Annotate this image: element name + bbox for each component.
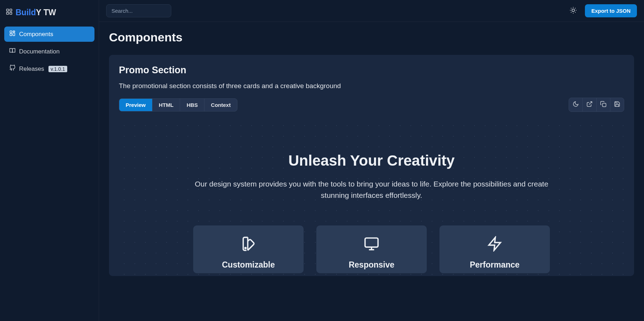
save-icon xyxy=(614,101,620,109)
tab-hbs[interactable]: HBS xyxy=(180,99,205,111)
svg-rect-0 xyxy=(7,9,9,11)
save-button[interactable] xyxy=(610,98,624,111)
monitor-icon xyxy=(364,236,379,260)
svg-rect-2 xyxy=(7,12,9,15)
sidebar-item-components[interactable]: Components xyxy=(4,27,94,42)
svg-rect-6 xyxy=(13,33,15,36)
open-external-button[interactable] xyxy=(583,98,597,111)
search-input[interactable] xyxy=(106,4,171,17)
component-actions xyxy=(569,98,624,112)
sun-icon xyxy=(569,6,577,15)
promo-card-responsive: Responsive xyxy=(316,225,427,273)
external-link-icon xyxy=(586,101,593,109)
copy-icon xyxy=(600,101,606,109)
export-json-button[interactable]: Export to JSON xyxy=(585,4,637,17)
sidebar-item-label: Releases xyxy=(19,65,44,73)
svg-rect-7 xyxy=(10,34,12,36)
dark-preview-button[interactable] xyxy=(569,98,583,111)
svg-line-15 xyxy=(571,12,571,12)
hero-description: Our design system provides you with the … xyxy=(195,178,548,201)
sidebar-item-releases[interactable]: Releases v.1.0.1 xyxy=(4,61,94,76)
svg-rect-1 xyxy=(10,9,12,11)
copy-button[interactable] xyxy=(597,98,610,111)
topbar: Export to JSON xyxy=(99,0,644,22)
svg-point-8 xyxy=(572,9,574,11)
github-icon xyxy=(9,65,16,73)
tab-html[interactable]: HTML xyxy=(153,99,180,111)
promo-cards-grid: Customizable Responsive xyxy=(154,225,589,273)
tab-context[interactable]: Context xyxy=(205,99,237,111)
promo-card-title: Customizable xyxy=(222,260,275,270)
sidebar: BuildY TW Components Documentation Relea… xyxy=(0,0,99,321)
page-title: Components xyxy=(109,30,634,44)
sidebar-nav: Components Documentation Releases v.1.0.… xyxy=(4,27,94,76)
component-card: Promo Section The promotional section co… xyxy=(109,55,634,276)
promo-card-title: Performance xyxy=(470,260,520,270)
svg-marker-23 xyxy=(489,237,501,251)
svg-rect-18 xyxy=(603,103,606,107)
view-tabs: Preview HTML HBS Context xyxy=(119,98,237,111)
moon-icon xyxy=(573,101,579,109)
svg-line-12 xyxy=(575,12,575,12)
svg-line-17 xyxy=(589,102,592,104)
sidebar-item-documentation[interactable]: Documentation xyxy=(4,44,94,59)
lightning-icon xyxy=(487,236,502,260)
promo-card-performance: Performance xyxy=(439,225,550,273)
component-description: The promotional section consists of thre… xyxy=(119,82,624,90)
swatch-icon xyxy=(241,236,256,260)
promo-card-title: Responsive xyxy=(349,260,394,270)
hero-title: Unleash Your Creativity xyxy=(154,152,589,169)
component-title: Promo Section xyxy=(119,65,624,76)
components-icon xyxy=(9,30,16,38)
brand-logo[interactable]: BuildY TW xyxy=(4,6,94,24)
tab-preview[interactable]: Preview xyxy=(119,99,153,111)
svg-point-19 xyxy=(245,247,246,248)
svg-rect-3 xyxy=(10,12,12,15)
dashboard-icon xyxy=(6,8,13,17)
svg-rect-4 xyxy=(10,31,12,33)
component-preview: Unleash Your Creativity Our design syste… xyxy=(119,120,624,276)
svg-rect-20 xyxy=(365,238,378,247)
svg-line-11 xyxy=(571,8,571,8)
brand-part2: Y TW xyxy=(36,8,56,17)
promo-card-customizable: Customizable xyxy=(193,225,304,273)
theme-toggle-button[interactable] xyxy=(567,4,579,17)
book-icon xyxy=(9,47,16,56)
version-badge: v.1.0.1 xyxy=(48,66,67,72)
sidebar-item-label: Components xyxy=(19,31,53,38)
svg-line-16 xyxy=(575,8,575,8)
svg-rect-5 xyxy=(13,31,15,32)
sidebar-item-label: Documentation xyxy=(19,48,59,55)
brand-part1: Build xyxy=(16,8,36,17)
